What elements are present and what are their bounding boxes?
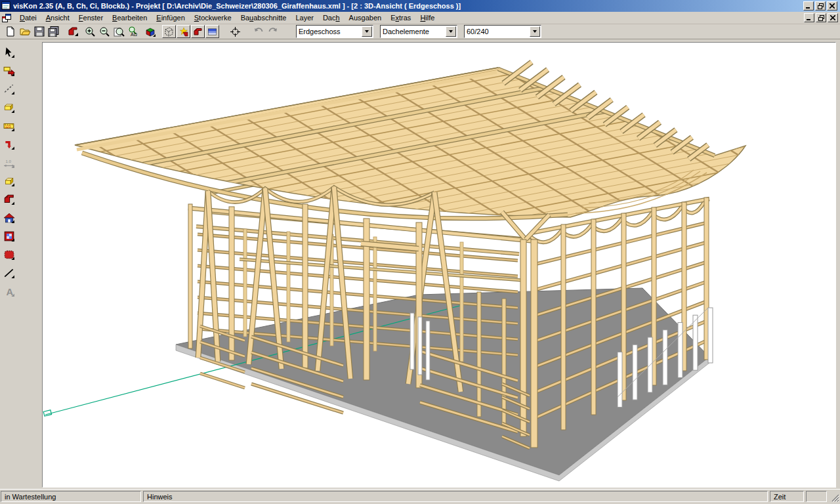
menu-ausgaben[interactable]: Ausgaben <box>345 12 387 23</box>
menu-dach[interactable]: Dach <box>318 12 345 23</box>
dashed-line-icon <box>3 83 15 95</box>
close-icon <box>830 15 835 20</box>
tool-construction-line-button[interactable] <box>1 80 18 98</box>
svg-text:123: 123 <box>5 124 11 128</box>
zoom-text-icon: AΩ <box>128 26 139 37</box>
layer-value: Dachelemente <box>381 28 445 35</box>
restore-button[interactable] <box>815 1 826 10</box>
chevron-down-icon <box>533 30 537 33</box>
dimension-icon: 1.0 <box>3 157 15 169</box>
menu-extras[interactable]: Extras <box>386 12 415 23</box>
title-bar: visKon 2.35 (A, B, Ch, Ci, Blockb.) - Pr… <box>0 0 840 12</box>
project-roof-button[interactable] <box>66 25 80 39</box>
menu-bearbeiten[interactable]: Bearbeiten <box>108 12 152 23</box>
close-icon <box>830 3 835 9</box>
storey-dropdown-button[interactable] <box>362 26 372 37</box>
menu-stockwerke[interactable]: Stockwerke <box>190 12 236 23</box>
hidden-line-icon <box>178 27 188 37</box>
menu-bauabschnitte[interactable]: Bauabschnitte <box>236 12 291 23</box>
minimize-button[interactable] <box>803 1 814 10</box>
timber-beam-icon <box>3 102 15 114</box>
tool-select-button[interactable] <box>1 43 18 61</box>
menu-datei[interactable]: Datei <box>15 12 41 23</box>
save-button[interactable] <box>32 25 47 39</box>
zoom-out-button[interactable] <box>97 25 112 39</box>
view-hidden-line-toggle[interactable] <box>177 25 190 38</box>
ruler-123-icon: 123 <box>3 120 15 132</box>
mdi-restore-button[interactable] <box>816 13 826 22</box>
view-3d-button[interactable] <box>143 25 158 39</box>
tool-rotate-member-button[interactable] <box>1 135 18 153</box>
tool-line-button[interactable] <box>1 264 18 282</box>
cross-section-dropdown-button[interactable] <box>530 26 540 37</box>
restore-icon <box>818 3 824 9</box>
left-toolbox: 123 1.0 <box>0 39 20 489</box>
cube-3d-icon <box>145 26 156 37</box>
tool-dimension-button[interactable]: 1.0 <box>1 154 18 171</box>
tool-building-button[interactable] <box>1 209 18 226</box>
save-icon <box>34 26 45 37</box>
viewport-frame <box>42 42 836 488</box>
save-all-button[interactable] <box>47 25 61 39</box>
tool-text-button[interactable]: A <box>1 282 18 300</box>
storey-value: Erdgeschoss <box>297 28 361 35</box>
view-shaded-toggle[interactable] <box>191 25 205 38</box>
layer-dropdown-button[interactable] <box>446 26 456 37</box>
zoom-in-button[interactable] <box>83 25 97 39</box>
tool-roof-button[interactable] <box>1 190 18 208</box>
menu-hilfe[interactable]: Hilfe <box>415 12 439 23</box>
svg-text:A: A <box>7 286 14 297</box>
zoom-out-icon <box>99 26 110 37</box>
undo-button[interactable] <box>251 25 266 39</box>
tool-timber-beam-button[interactable] <box>1 98 18 116</box>
svg-text:AΩ: AΩ <box>131 32 137 37</box>
document-window-icon <box>2 14 11 22</box>
view-textured-toggle[interactable] <box>205 25 219 38</box>
zoom-window-button[interactable] <box>112 25 126 39</box>
menu-einfuegen[interactable]: Einfügen <box>152 12 189 23</box>
layer-combobox[interactable]: Dachelemente <box>380 25 457 38</box>
status-bar: in Wartestellung Hinweis Zeit <box>0 489 840 503</box>
viskon-application-window: { "window": { "title": "visKon 2.35 (A, … <box>0 0 840 504</box>
snap-crosshair-button[interactable] <box>228 25 242 39</box>
chevron-down-icon <box>365 30 369 33</box>
3d-viewport[interactable] <box>43 43 835 487</box>
tool-surface-button[interactable] <box>1 245 18 263</box>
zoom-in-icon <box>85 26 96 37</box>
tool-beam-move-button[interactable] <box>1 62 18 79</box>
zoom-text-button[interactable]: AΩ <box>126 25 140 39</box>
status-time: Zeit <box>770 491 804 502</box>
new-document-button[interactable] <box>3 25 18 39</box>
zoom-window-icon <box>114 26 125 37</box>
menu-fenster[interactable]: Fenster <box>74 12 108 23</box>
tool-wall-panel-button[interactable] <box>1 227 18 245</box>
window-title: visKon 2.35 (A, B, Ch, Ci, Blockb.) - Pr… <box>13 2 803 10</box>
minimize-icon <box>807 16 812 20</box>
view-wireframe-toggle[interactable] <box>162 25 176 38</box>
redo-button[interactable] <box>266 25 280 39</box>
house-icon <box>3 212 15 224</box>
mdi-client-area <box>0 39 840 489</box>
status-message: Hinweis <box>143 491 768 502</box>
status-extra <box>806 491 827 502</box>
block-icon <box>3 175 15 187</box>
cross-section-combobox[interactable]: 60/240 <box>464 25 541 38</box>
resize-grip[interactable] <box>829 491 839 502</box>
surface-icon <box>3 249 15 261</box>
open-button[interactable] <box>18 25 32 39</box>
text-icon: A <box>3 285 15 297</box>
mdi-minimize-button[interactable] <box>804 13 814 22</box>
chevron-down-icon <box>449 30 453 33</box>
textured-icon <box>207 27 217 37</box>
mdi-close-button[interactable] <box>828 13 838 22</box>
tool-block-button[interactable] <box>1 172 18 190</box>
menu-ansicht[interactable]: Ansicht <box>41 12 74 23</box>
svg-text:1.0: 1.0 <box>5 159 11 163</box>
line-icon <box>3 267 15 279</box>
menu-layer[interactable]: Layer <box>291 12 318 23</box>
wall-panel-icon <box>3 230 15 242</box>
tool-measure-button[interactable]: 123 <box>1 117 18 135</box>
resize-grip-icon <box>831 494 839 502</box>
close-button[interactable] <box>827 1 837 10</box>
storey-combobox[interactable]: Erdgeschoss <box>296 25 373 38</box>
